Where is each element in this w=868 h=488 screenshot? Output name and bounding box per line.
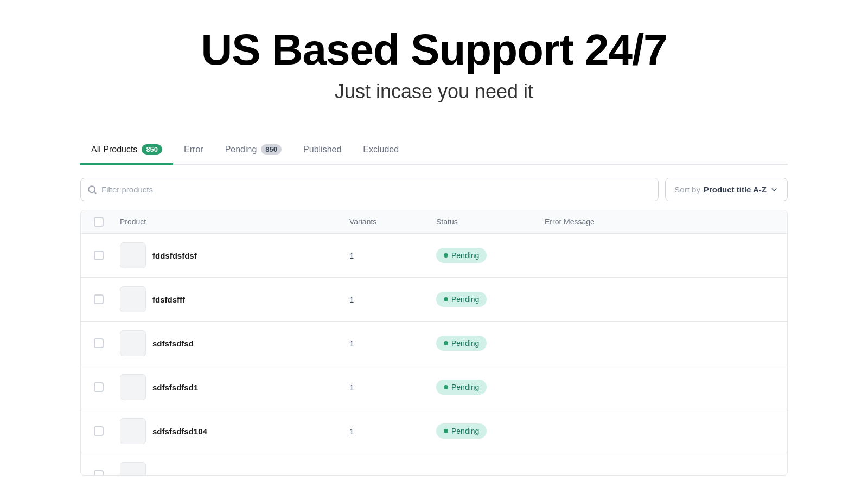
row-2-checkbox-cell: [94, 294, 120, 304]
partial-checkbox-cell: [94, 470, 120, 475]
row-5-status-dot: [444, 429, 448, 433]
row-1-status-cell: Pending: [436, 248, 545, 263]
row-4-status-text: Pending: [451, 383, 479, 391]
row-4-product-name: sdfsfsdfsd1: [152, 383, 198, 392]
row-5-status-text: Pending: [451, 427, 479, 435]
row-5-product-name: sdfsfsdfsd104: [152, 427, 207, 436]
row-1-product-name: fddsfdsfdsf: [152, 251, 197, 260]
row-3-status-badge: Pending: [436, 336, 487, 351]
tabs-list: All Products 850 Error Pending 850 Publi…: [80, 138, 788, 164]
table-row-partial: [81, 453, 787, 475]
row-4-status-badge: Pending: [436, 380, 487, 395]
table-row: fddsfdsfdsf 1 Pending: [81, 234, 787, 278]
row-4-variants: 1: [349, 383, 436, 392]
row-2-status-text: Pending: [451, 295, 479, 304]
tab-excluded-label: Excluded: [363, 145, 399, 155]
row-3-checkbox[interactable]: [94, 338, 104, 348]
row-1-checkbox[interactable]: [94, 251, 104, 260]
row-2-product-cell: fdsfdsfff: [120, 286, 349, 312]
tabs-container: All Products 850 Error Pending 850 Publi…: [80, 138, 788, 165]
row-4-status-cell: Pending: [436, 380, 545, 395]
row-3-product-name: sdfsfsdfsd: [152, 339, 194, 348]
table-header: Product Variants Status Error Message: [81, 210, 787, 234]
row-5-checkbox-cell: [94, 426, 120, 436]
row-1-checkbox-cell: [94, 251, 120, 260]
row-1-thumbnail: [120, 242, 146, 268]
tab-all-products[interactable]: All Products 850: [80, 138, 173, 165]
row-3-checkbox-cell: [94, 338, 120, 348]
sort-label: Sort by: [674, 185, 700, 194]
table-row: sdfsfsdfsd 1 Pending: [81, 322, 787, 365]
tab-error-label: Error: [184, 145, 203, 155]
row-3-status-text: Pending: [451, 339, 479, 348]
row-2-variants: 1: [349, 295, 436, 304]
row-3-status-dot: [444, 341, 448, 345]
tab-excluded[interactable]: Excluded: [352, 138, 410, 165]
tab-all-products-label: All Products: [91, 145, 137, 155]
row-3-product-cell: sdfsfsdfsd: [120, 330, 349, 356]
products-table: Product Variants Status Error Message fd…: [80, 210, 788, 476]
row-4-checkbox-cell: [94, 382, 120, 392]
partial-checkbox[interactable]: [94, 470, 104, 475]
tab-pending-label: Pending: [225, 145, 257, 155]
hero-subtitle: Just incase you need it: [80, 80, 788, 103]
row-5-variants: 1: [349, 427, 436, 436]
row-2-status-cell: Pending: [436, 292, 545, 307]
header-checkbox-cell: [94, 217, 120, 227]
search-input[interactable]: [101, 178, 652, 201]
row-2-product-name: fdsfdsfff: [152, 295, 185, 304]
row-5-thumbnail: [120, 418, 146, 444]
row-2-status-dot: [444, 297, 448, 301]
page-container: US Based Support 24/7 Just incase you ne…: [54, 0, 814, 476]
hero-section: US Based Support 24/7 Just incase you ne…: [80, 0, 788, 120]
header-product: Product: [120, 217, 349, 226]
partial-thumbnail: [120, 462, 146, 475]
row-2-checkbox[interactable]: [94, 294, 104, 304]
row-3-thumbnail: [120, 330, 146, 356]
select-all-checkbox[interactable]: [94, 217, 104, 227]
tab-published[interactable]: Published: [292, 138, 352, 165]
partial-product-cell: [120, 462, 349, 475]
tab-error[interactable]: Error: [173, 138, 214, 165]
row-5-product-cell: sdfsfsdfsd104: [120, 418, 349, 444]
row-5-status-badge: Pending: [436, 423, 487, 439]
row-1-status-dot: [444, 253, 448, 258]
tab-pending-badge: 850: [261, 144, 282, 155]
row-4-product-cell: sdfsfsdfsd1: [120, 374, 349, 400]
search-wrapper: [80, 178, 659, 201]
row-1-variants: 1: [349, 251, 436, 260]
tab-all-products-badge: 850: [142, 144, 162, 155]
header-status: Status: [436, 217, 545, 226]
row-2-status-badge: Pending: [436, 292, 487, 307]
hero-title: US Based Support 24/7: [80, 26, 788, 74]
row-1-status-badge: Pending: [436, 248, 487, 263]
row-5-status-cell: Pending: [436, 423, 545, 439]
row-1-status-text: Pending: [451, 251, 479, 260]
tab-published-label: Published: [303, 145, 341, 155]
header-error-message: Error Message: [545, 217, 774, 226]
header-variants: Variants: [349, 217, 436, 226]
row-4-status-dot: [444, 385, 448, 389]
sort-select-wrapper[interactable]: Sort by Product title A-Z: [665, 178, 788, 201]
row-3-variants: 1: [349, 339, 436, 348]
row-5-checkbox[interactable]: [94, 426, 104, 436]
sort-value: Product title A-Z: [704, 185, 767, 194]
row-1-product-cell: fddsfdsfdsf: [120, 242, 349, 268]
search-icon: [87, 185, 97, 195]
chevron-down-icon: [770, 185, 778, 194]
table-row: sdfsfsdfsd1 1 Pending: [81, 365, 787, 409]
tab-pending[interactable]: Pending 850: [214, 138, 292, 165]
toolbar: Sort by Product title A-Z: [80, 178, 788, 201]
svg-line-1: [94, 191, 95, 193]
row-2-thumbnail: [120, 286, 146, 312]
row-3-status-cell: Pending: [436, 336, 545, 351]
table-row: sdfsfsdfsd104 1 Pending: [81, 409, 787, 453]
row-4-thumbnail: [120, 374, 146, 400]
table-row: fdsfdsfff 1 Pending: [81, 278, 787, 322]
row-4-checkbox[interactable]: [94, 382, 104, 392]
